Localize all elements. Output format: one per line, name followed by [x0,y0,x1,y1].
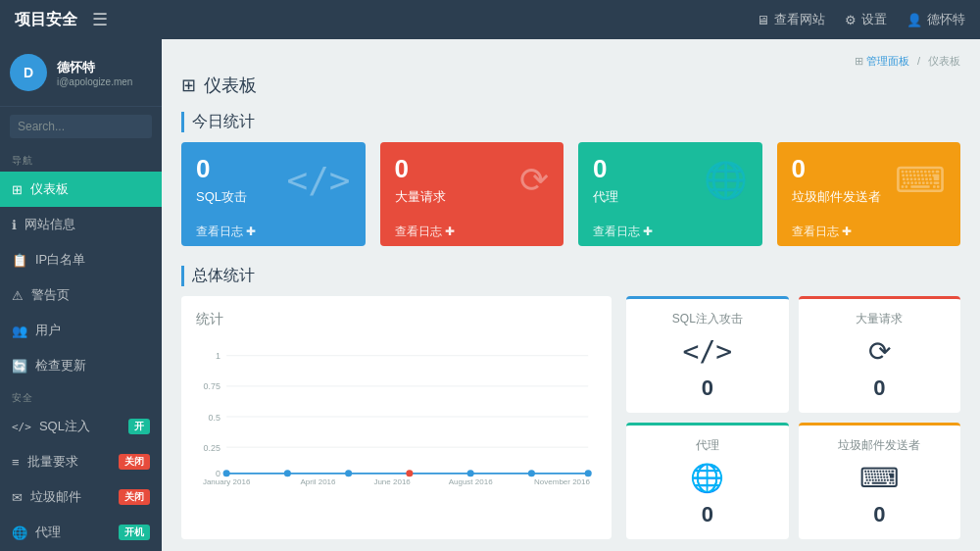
svg-point-14 [345,470,352,476]
topbar-left: 项目安全 ☰ [15,9,108,30]
sidebar-item-label: SQL注入 [39,418,90,435]
breadcrumb-home-link[interactable]: 管理面板 [866,55,909,67]
warning-icon: ⚠ [12,288,24,303]
user-icon: 👤 [906,13,922,27]
user-name: 德怀特 [57,59,132,76]
mail-icon: ✉ [12,490,23,505]
svg-text:April 2016: April 2016 [300,477,336,486]
keyboard-stat-icon: ⌨ [895,160,946,201]
menu-toggle-icon[interactable]: ☰ [92,9,108,30]
sidebar-item-users[interactable]: 👥 用户 [0,313,162,348]
spam-count: 0 [792,154,881,184]
sidebar-item-website-info[interactable]: ℹ 网站信息 [0,207,162,242]
settings-button[interactable]: ⚙ 设置 [845,11,887,28]
sidebar-item-proxy[interactable]: 🌐 代理 开机 [0,515,162,550]
user-profile: D 德怀特 i@apologize.men [0,39,162,107]
sidebar-item-ip-whitelist[interactable]: 📋 IP白名单 [0,242,162,277]
stat-card-spam[interactable]: 0 垃圾邮件发送者 ⌨ 查看日志 ✚ [777,142,961,246]
stat-card-proxy[interactable]: 0 代理 🌐 查看日志 ✚ [578,142,762,246]
mini-stat-spam: 垃圾邮件发送者 ⌨ 0 [799,423,960,539]
mini-stat-proxy-title: 代理 [638,437,776,454]
home-breadcrumb-icon: ⊞ [855,55,863,67]
mini-bulk-number: 0 [810,376,949,401]
refresh-icon: 🔄 [12,359,27,374]
sidebar-search-container [0,107,162,146]
sidebar-item-check-update[interactable]: 🔄 检查更新 [0,348,162,383]
nav-section-label-security: 安全 [0,383,162,409]
proxy-footer[interactable]: 查看日志 ✚ [578,218,762,246]
sidebar-item-label: 代理 [35,524,61,541]
stat-card-bulk[interactable]: 0 大量请求 ⟳ 查看日志 ✚ [380,142,564,246]
content-area: ⊞ 管理面板 / 仪表板 ⊞ 仪表板 今日统计 0 SQL攻击 </> 查 [162,39,980,551]
spam-label: 垃圾邮件发送者 [792,188,881,206]
mini-stats-grid: SQL注入攻击 </> 0 大量请求 ⟳ 0 代理 🌐 0 垃圾邮件发送者 ⌨ [626,296,960,539]
sql-footer[interactable]: 查看日志 ✚ [181,218,366,246]
stat-card-sql[interactable]: 0 SQL攻击 </> 查看日志 ✚ [181,142,366,246]
bulk-count: 0 [395,154,446,184]
mini-keyboard-icon: ⌨ [810,462,949,494]
sidebar-item-label: 仪表板 [30,180,69,198]
spam-footer[interactable]: 查看日志 ✚ [777,218,961,246]
svg-text:June 2016: June 2016 [373,477,411,486]
monitor-icon: 🖥 [757,13,769,27]
svg-point-16 [467,470,474,476]
bulk-request-badge: 关闭 [119,454,150,470]
mini-sql-number: 0 [638,376,776,401]
page-title-text: 仪表板 [204,74,257,97]
nav-section-label-navigation: 导航 [0,146,162,172]
mini-stat-proxy: 代理 🌐 0 [626,423,788,539]
sidebar-item-sql-injection[interactable]: </> SQL注入 开 [0,409,162,444]
breadcrumb: ⊞ 管理面板 / 仪表板 [181,54,960,69]
dashboard-icon: ⊞ [12,182,23,197]
sidebar-item-label: 网站信息 [24,216,75,233]
proxy-badge: 开机 [119,525,150,540]
svg-point-15 [406,470,413,476]
mini-stat-sql-title: SQL注入攻击 [638,311,776,327]
spam-email-badge: 关闭 [119,489,150,505]
sidebar-item-label: 警告页 [31,286,70,304]
svg-point-12 [223,470,230,476]
bulk-footer[interactable]: 查看日志 ✚ [380,218,564,246]
topbar: 项目安全 ☰ 🖥 查看网站 ⚙ 设置 👤 德怀特 [0,0,980,39]
mini-stat-bulk: 大量请求 ⟳ 0 [799,296,960,413]
overall-stats: 统计 1 0.75 0.5 0.25 0 [181,296,960,539]
sidebar-item-warning-page[interactable]: ⚠ 警告页 [0,277,162,313]
sidebar-item-label: 检查更新 [35,357,86,375]
bulk-icon: ≡ [12,455,20,470]
mini-stat-sql: SQL注入攻击 </> 0 [626,296,788,413]
mini-code-icon: </> [638,335,776,368]
mini-spam-number: 0 [810,502,949,527]
user-email: i@apologize.men [57,76,132,87]
svg-text:January 2016: January 2016 [203,477,251,486]
page-title: ⊞ 仪表板 [181,74,960,97]
topbar-right: 🖥 查看网站 ⚙ 设置 👤 德怀特 [757,11,965,28]
svg-text:0.25: 0.25 [204,443,220,453]
user-menu-button[interactable]: 👤 德怀特 [906,11,965,28]
mini-stat-spam-title: 垃圾邮件发送者 [810,437,949,454]
sidebar: D 德怀特 i@apologize.men 导航 ⊞ 仪表板 ℹ 网站信息 📋 … [0,39,162,551]
code-icon: </> [12,421,31,433]
settings-icon: ⚙ [845,13,857,27]
home-page-icon: ⊞ [181,75,196,96]
svg-text:November 2016: November 2016 [534,477,590,486]
overall-stats-title: 总体统计 [181,266,960,286]
sql-count: 0 [196,154,247,184]
sidebar-item-bulk-request[interactable]: ≡ 批量要求 关闭 [0,444,162,479]
bulk-label: 大量请求 [395,188,446,206]
sidebar-item-label: 批量要求 [27,453,78,471]
chart-title: 统计 [196,311,597,328]
svg-text:0.75: 0.75 [204,381,220,391]
sidebar-item-spam-email[interactable]: ✉ 垃圾邮件 关闭 [0,479,162,515]
user-info: 德怀特 i@apologize.men [57,59,132,87]
proxy-count: 0 [593,154,618,184]
sidebar-item-label: IP白名单 [35,251,85,269]
search-input[interactable] [10,115,152,138]
globe-stat-icon: 🌐 [704,160,748,201]
sidebar-item-dashboard[interactable]: ⊞ 仪表板 [0,172,162,207]
breadcrumb-current: 仪表板 [928,55,960,67]
chart-container: 1 0.75 0.5 0.25 0 [196,338,597,495]
view-site-button[interactable]: 🖥 查看网站 [757,11,825,28]
sql-label: SQL攻击 [196,188,247,206]
mini-globe-icon: 🌐 [638,462,776,494]
refresh-stat-icon: ⟳ [519,160,549,201]
